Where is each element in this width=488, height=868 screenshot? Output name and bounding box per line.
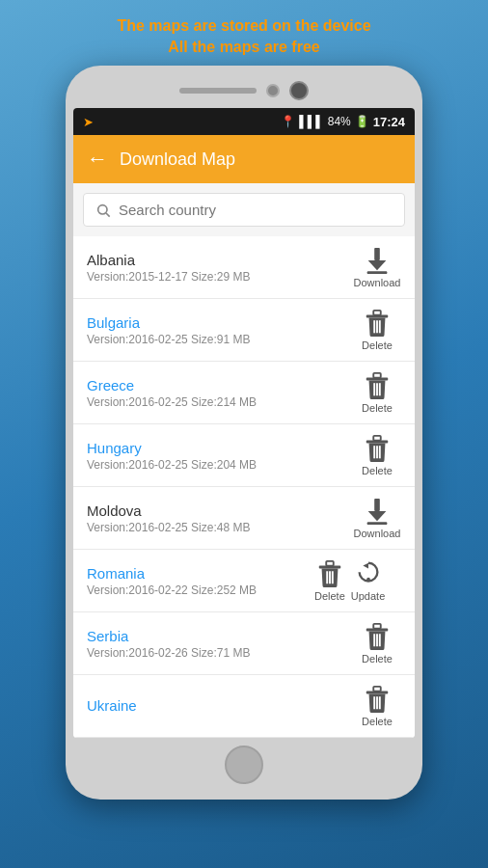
svg-rect-4: [367, 271, 388, 274]
app-bar: ← Download Map: [73, 135, 415, 183]
action-area: Delete: [353, 685, 401, 727]
location-icon: 📍: [281, 115, 295, 128]
list-item: Albania Version:2015-12-17 Size:29 MB Do…: [73, 236, 415, 299]
delete-button[interactable]: Delete: [362, 309, 393, 351]
home-button[interactable]: [225, 746, 263, 784]
back-button[interactable]: ←: [87, 147, 108, 172]
svg-marker-21: [368, 511, 387, 521]
download-label: Download: [354, 277, 401, 288]
svg-rect-11: [373, 373, 381, 378]
country-name: Greece: [87, 377, 353, 393]
country-meta: Version:2016-02-25 Size:204 MB: [87, 458, 353, 472]
country-meta: Version:2015-12-17 Size:29 MB: [87, 270, 353, 284]
action-area: Download: [353, 497, 401, 539]
top-banner: The maps are stored on the device All th…: [0, 0, 488, 66]
download-button[interactable]: Download: [354, 246, 401, 288]
delete-label: Delete: [362, 653, 393, 665]
trash-icon: [365, 434, 390, 463]
delete-button[interactable]: Delete: [362, 371, 393, 414]
status-bar: ➤ 📍 ▌▌▌ 84% 🔋 17:24: [73, 108, 415, 135]
action-area: Delete: [353, 371, 401, 414]
trash-icon: [365, 371, 390, 400]
svg-marker-3: [368, 260, 387, 270]
list-item: Ukraine Delete: [73, 675, 415, 738]
battery-icon: 🔋: [355, 115, 369, 128]
country-info: Bulgaria Version:2016-02-25 Size:91 MB: [87, 314, 353, 346]
download-button[interactable]: Download: [354, 497, 401, 539]
delete-label: Delete: [314, 590, 345, 602]
phone-screen: ➤ 📍 ▌▌▌ 84% 🔋 17:24 ← Download Map: [73, 108, 415, 738]
country-info: Hungary Version:2016-02-25 Size:204 MB: [87, 440, 353, 472]
update-button[interactable]: Update: [351, 559, 385, 602]
delete-button[interactable]: Delete: [362, 685, 393, 727]
banner-line2: All the maps are free: [19, 39, 469, 56]
list-item: Romania Version:2016-02-22 Size:252 MB D…: [73, 550, 415, 612]
svg-rect-35: [373, 687, 381, 692]
delete-label: Delete: [362, 339, 393, 351]
svg-point-28: [366, 578, 370, 582]
phone-top-decorations: [73, 77, 415, 108]
update-label: Update: [351, 590, 385, 602]
svg-rect-6: [373, 311, 381, 315]
trash-icon: [365, 622, 390, 651]
country-name: Moldova: [87, 502, 353, 519]
update-icon: [355, 559, 382, 588]
search-input[interactable]: [119, 202, 393, 218]
phone-frame: ➤ 📍 ▌▌▌ 84% 🔋 17:24 ← Download Map: [66, 66, 422, 800]
country-info: Greece Version:2016-02-25 Size:214 MB: [87, 377, 353, 409]
country-name: Hungary: [87, 440, 353, 456]
trash-icon: [317, 559, 342, 588]
svg-rect-30: [373, 624, 381, 629]
search-bar[interactable]: [83, 193, 405, 227]
svg-rect-22: [367, 522, 388, 525]
country-meta: Version:2016-02-25 Size:214 MB: [87, 395, 353, 409]
country-name: Serbia: [87, 628, 353, 644]
svg-rect-2: [374, 248, 380, 260]
action-area: Download: [353, 246, 401, 288]
trash-icon: [365, 309, 390, 338]
delete-button[interactable]: Delete: [314, 559, 345, 602]
front-camera: [266, 84, 280, 97]
battery-level: 84%: [328, 115, 351, 128]
country-info: Serbia Version:2016-02-26 Size:71 MB: [87, 628, 353, 660]
list-item: Hungary Version:2016-02-25 Size:204 MB D…: [73, 424, 415, 487]
action-area: Delete Update: [314, 559, 401, 602]
svg-point-0: [98, 204, 107, 213]
signal-bars: ▌▌▌: [299, 115, 324, 128]
action-area: Delete: [353, 309, 401, 351]
speaker-grille: [179, 88, 257, 94]
list-item: Serbia Version:2016-02-26 Size:71 MB Del…: [73, 612, 415, 675]
country-name: Bulgaria: [87, 314, 353, 331]
delete-label: Delete: [362, 465, 393, 476]
country-info: Albania Version:2015-12-17 Size:29 MB: [87, 252, 353, 284]
status-left: ➤: [83, 115, 94, 129]
country-meta: Version:2016-02-25 Size:48 MB: [87, 521, 353, 534]
search-icon: [95, 203, 111, 218]
download-icon: [364, 246, 391, 275]
app-bar-title: Download Map: [120, 149, 235, 170]
status-right: 📍 ▌▌▌ 84% 🔋 17:24: [281, 115, 405, 129]
country-info: Ukraine: [87, 697, 353, 716]
country-name: Albania: [87, 252, 353, 268]
country-meta: Version:2016-02-25 Size:91 MB: [87, 333, 353, 346]
navigation-icon: ➤: [83, 115, 94, 129]
sensor: [289, 81, 309, 100]
svg-rect-20: [374, 499, 380, 511]
svg-rect-16: [373, 436, 381, 441]
trash-icon: [365, 685, 390, 714]
delete-label: Delete: [362, 716, 393, 727]
country-info: Romania Version:2016-02-22 Size:252 MB: [87, 565, 314, 597]
clock: 17:24: [373, 115, 405, 129]
delete-button[interactable]: Delete: [362, 622, 393, 665]
list-item: Bulgaria Version:2016-02-25 Size:91 MB D…: [73, 299, 415, 362]
list-item: Moldova Version:2016-02-25 Size:48 MB Do…: [73, 487, 415, 550]
phone-bottom-bar: [73, 738, 415, 788]
action-area: Delete: [353, 434, 401, 476]
country-info: Moldova Version:2016-02-25 Size:48 MB: [87, 502, 353, 534]
country-meta: Version:2016-02-26 Size:71 MB: [87, 646, 353, 660]
country-list: Albania Version:2015-12-17 Size:29 MB Do…: [73, 236, 415, 738]
delete-button[interactable]: Delete: [362, 434, 393, 476]
download-label: Download: [354, 528, 401, 539]
svg-line-1: [106, 213, 110, 217]
banner-line1: The maps are stored on the device: [19, 17, 469, 35]
